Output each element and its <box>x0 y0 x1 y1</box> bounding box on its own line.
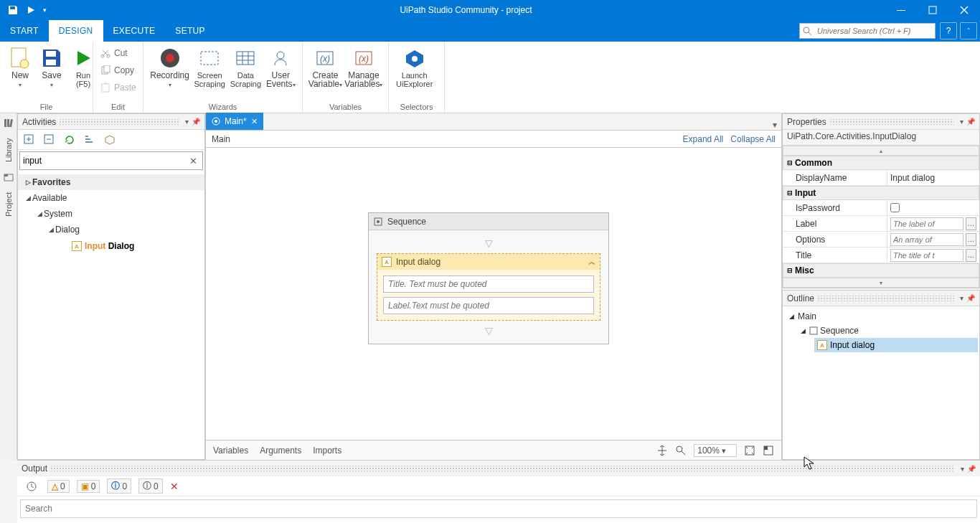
help-button[interactable]: ? <box>940 22 957 39</box>
label-expression-input[interactable] <box>383 297 594 314</box>
save-button[interactable]: Save▾ <box>36 44 67 91</box>
imports-tab[interactable]: Imports <box>313 446 341 456</box>
library-tab[interactable]: Library <box>1 131 16 169</box>
collapse-icon[interactable] <box>44 134 55 146</box>
input-dialog-designer-activity[interactable]: A Input dialog ︽ <box>377 253 600 321</box>
zoom-select[interactable]: 100% ▾ <box>694 444 737 457</box>
collapse-ribbon-button[interactable]: ˄ <box>960 22 977 39</box>
cut-button[interactable]: Cut <box>100 45 136 61</box>
screen-scraping-button[interactable]: Screen Scraping <box>192 44 227 90</box>
pan-icon[interactable] <box>656 445 668 456</box>
variables-tab[interactable]: Variables <box>213 446 248 456</box>
zoom-icon[interactable] <box>675 445 687 456</box>
error-filter[interactable]: ▣0 <box>77 480 100 493</box>
category-input[interactable]: ⊟Input <box>783 186 979 200</box>
minimize-button[interactable] <box>885 0 917 20</box>
create-variable-button[interactable]: (x) Create Variable▾ <box>307 44 344 91</box>
filter-icon[interactable] <box>84 134 95 146</box>
trace-filter[interactable]: ⓘ0 <box>138 479 163 494</box>
universal-search-input[interactable] <box>814 27 929 35</box>
tab-setup[interactable]: SETUP <box>165 20 215 42</box>
activities-search-input[interactable] <box>23 156 187 166</box>
group-variables-label: Variables <box>303 103 388 113</box>
arguments-tab[interactable]: Arguments <box>260 446 301 456</box>
info-filter[interactable]: ⓘ0 <box>107 479 131 494</box>
maximize-button[interactable] <box>917 0 948 20</box>
pin-icon[interactable]: 📌 <box>966 294 975 302</box>
sequence-container[interactable]: Sequence ▽ A Input dialog ︽ <box>368 212 609 344</box>
clear-search-icon[interactable]: ✕ <box>187 156 199 166</box>
data-scraping-button[interactable]: Data Scraping <box>227 44 263 90</box>
breadcrumb-main[interactable]: Main <box>212 134 230 144</box>
package-icon[interactable] <box>104 134 116 146</box>
output-title: Output <box>22 463 47 473</box>
category-misc[interactable]: ⊟Misc <box>783 263 979 278</box>
scroll-up-icon[interactable]: ▴ <box>783 146 979 156</box>
dialog-node[interactable]: ◢Dialog <box>18 222 204 237</box>
designer-canvas[interactable]: Sequence ▽ A Input dialog ︽ <box>206 148 781 440</box>
pin-icon[interactable]: 📌 <box>967 465 976 473</box>
tab-design[interactable]: DESIGN <box>49 20 103 42</box>
prop-options-input[interactable] <box>890 233 963 246</box>
outline-sequence[interactable]: ◢Sequence <box>784 324 978 338</box>
prop-title-input[interactable] <box>890 249 963 262</box>
panel-menu-icon[interactable]: ▾ <box>960 118 963 126</box>
warning-filter[interactable]: △0 <box>47 480 70 493</box>
launch-uiexplorer-button[interactable]: Launch UiExplorer <box>393 44 435 90</box>
collapse-all-button[interactable]: Collapse All <box>730 134 776 144</box>
prop-ispassword-checkbox[interactable] <box>890 203 900 212</box>
outline-main[interactable]: ◢Main <box>784 309 978 324</box>
library-icon[interactable] <box>2 116 15 129</box>
overview-icon[interactable] <box>763 445 774 456</box>
project-tab[interactable]: Project <box>1 185 16 224</box>
file-tab-main[interactable]: Main* ✕ <box>206 113 263 130</box>
universal-search[interactable] <box>799 23 936 39</box>
expand-all-button[interactable]: Expand All <box>683 134 724 144</box>
input-dialog-activity[interactable]: A Input Dialog <box>68 237 204 255</box>
paste-button[interactable]: Paste <box>100 80 136 95</box>
pin-icon[interactable]: 📌 <box>192 118 200 126</box>
save-icon[interactable] <box>7 4 19 16</box>
tab-overflow-icon[interactable]: ▾ <box>768 120 781 130</box>
output-search-input[interactable] <box>21 500 976 517</box>
scroll-down-icon[interactable]: ▾ <box>783 278 979 288</box>
new-button[interactable]: New▾ <box>4 44 36 91</box>
prop-title-ellipsis[interactable]: … <box>966 249 976 262</box>
ribbon: New▾ Save▾ Run (F5) File Cut Copy Paste … <box>0 42 980 113</box>
output-search[interactable] <box>20 499 977 518</box>
fit-icon[interactable] <box>744 445 755 456</box>
prop-label-ellipsis[interactable]: … <box>966 217 976 230</box>
project-icon[interactable] <box>2 171 15 184</box>
prop-displayname-value[interactable]: Input dialog <box>890 173 935 183</box>
drop-target-bottom[interactable]: ▽ <box>485 325 493 336</box>
recording-button[interactable]: Recording▾ <box>148 44 192 91</box>
manage-variables-button[interactable]: (x) Manage Variables▾ <box>344 44 384 91</box>
favorites-node[interactable]: ▷Favorites <box>18 174 204 190</box>
prop-options-ellipsis[interactable]: … <box>966 233 976 246</box>
activities-search[interactable]: ✕ <box>19 151 203 170</box>
panel-menu-icon[interactable]: ▾ <box>961 465 964 473</box>
refresh-icon[interactable] <box>64 134 75 146</box>
clear-output-icon[interactable]: ✕ <box>170 481 179 492</box>
category-common[interactable]: ⊟Common <box>783 156 979 170</box>
system-node[interactable]: ◢System <box>18 206 204 222</box>
close-button[interactable] <box>948 0 980 20</box>
panel-menu-icon[interactable]: ▾ <box>185 118 189 126</box>
available-node[interactable]: ◢Available <box>18 190 204 206</box>
tab-start[interactable]: START <box>0 20 49 42</box>
copy-button[interactable]: Copy <box>100 62 136 78</box>
user-events-button[interactable]: User Events▾ <box>263 44 298 91</box>
tab-execute[interactable]: EXECUTE <box>103 20 166 42</box>
clock-icon[interactable] <box>23 481 40 492</box>
prop-label-input[interactable] <box>890 217 963 230</box>
outline-input-dialog[interactable]: A Input dialog <box>814 338 978 352</box>
panel-menu-icon[interactable]: ▾ <box>960 294 963 302</box>
run-icon[interactable] <box>26 5 36 15</box>
collapse-activity-icon[interactable]: ︽ <box>588 257 595 267</box>
expand-icon[interactable] <box>24 134 35 146</box>
svg-rect-7 <box>46 60 56 65</box>
drop-target-top[interactable]: ▽ <box>485 237 493 249</box>
pin-icon[interactable]: 📌 <box>966 118 975 126</box>
close-tab-icon[interactable]: ✕ <box>251 117 258 126</box>
title-expression-input[interactable] <box>383 275 594 293</box>
